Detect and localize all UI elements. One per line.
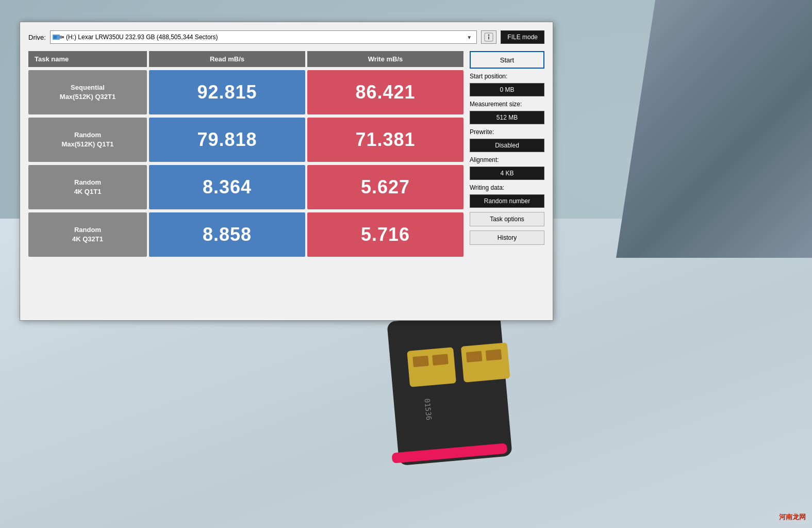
svg-rect-2 — [407, 347, 456, 387]
svg-rect-10 — [54, 36, 57, 39]
app-window: Drive: (H:) Lexar LRW350U 232.93 GB (488… — [20, 22, 553, 321]
writing-data-value[interactable]: Random number — [470, 194, 544, 208]
svg-rect-5 — [432, 354, 449, 366]
read-value-1: 79.818 — [149, 118, 305, 162]
start-button[interactable]: Start — [470, 51, 544, 69]
alignment-label: Alignment: — [470, 156, 544, 163]
drive-select-text: (H:) Lexar LRW350U 232.93 GB (488,505,34… — [66, 34, 464, 41]
history-button[interactable]: History — [470, 230, 544, 245]
svg-rect-11 — [60, 36, 62, 39]
task-name-1: RandomMax(512K) Q1T1 — [28, 118, 147, 162]
write-value-3: 5.716 — [307, 212, 463, 257]
info-icon — [484, 32, 493, 42]
drive-select[interactable]: (H:) Lexar LRW350U 232.93 GB (488,505,34… — [50, 30, 477, 44]
right-panel: Start Start position: 0 MB Measurement s… — [470, 51, 544, 257]
svg-rect-3 — [460, 342, 510, 383]
watermark: 河南龙网 — [779, 513, 806, 522]
svg-rect-0 — [387, 312, 512, 466]
bg-simtray: 01536 — [377, 296, 522, 476]
svg-point-14 — [488, 35, 490, 36]
benchmark-area: Task name Read mB/s Write mB/s Sequentia… — [28, 51, 463, 257]
svg-rect-12 — [62, 36, 64, 38]
svg-rect-7 — [485, 349, 502, 361]
alignment-value[interactable]: 4 KB — [470, 167, 544, 180]
write-value-2: 5.627 — [307, 165, 463, 209]
task-name-0: SequentialMax(512K) Q32T1 — [28, 70, 147, 114]
start-position-value[interactable]: 0 MB — [470, 83, 544, 96]
table-row: Random4K Q1T1 8.364 5.627 — [28, 165, 463, 209]
task-name-3: Random4K Q32T1 — [28, 212, 147, 257]
prewrite-label: Prewrite: — [470, 128, 544, 136]
drive-icon — [53, 34, 64, 41]
svg-rect-4 — [412, 356, 429, 368]
bench-header: Task name Read mB/s Write mB/s — [28, 51, 463, 67]
drive-info-button[interactable] — [481, 30, 496, 44]
bench-rows: SequentialMax(512K) Q32T1 92.815 86.421 … — [28, 70, 463, 257]
header-read: Read mB/s — [149, 51, 305, 67]
table-row: SequentialMax(512K) Q32T1 92.815 86.421 — [28, 70, 463, 114]
task-options-button[interactable]: Task options — [470, 212, 544, 226]
drive-dropdown-arrow: ▼ — [464, 31, 474, 43]
read-value-0: 92.815 — [149, 70, 305, 114]
start-position-label: Start position: — [470, 73, 544, 80]
read-value-3: 8.858 — [149, 212, 305, 257]
write-value-1: 71.381 — [307, 118, 463, 162]
table-row: Random4K Q32T1 8.858 5.716 — [28, 212, 463, 257]
task-name-2: Random4K Q1T1 — [28, 165, 147, 209]
writing-data-label: Writing data: — [470, 184, 544, 191]
file-mode-button[interactable]: FILE mode — [501, 30, 544, 44]
table-row: RandomMax(512K) Q1T1 79.818 71.381 — [28, 118, 463, 162]
read-value-2: 8.364 — [149, 165, 305, 209]
measurement-size-value[interactable]: 512 MB — [470, 111, 544, 124]
header-task: Task name — [28, 51, 147, 67]
measurement-size-label: Measurement size: — [470, 101, 544, 108]
prewrite-value[interactable]: Disabled — [470, 139, 544, 152]
drive-label: Drive: — [28, 34, 46, 41]
svg-rect-6 — [466, 351, 482, 363]
svg-rect-15 — [488, 37, 489, 40]
write-value-0: 86.421 — [307, 70, 463, 114]
header-write: Write mB/s — [307, 51, 463, 67]
